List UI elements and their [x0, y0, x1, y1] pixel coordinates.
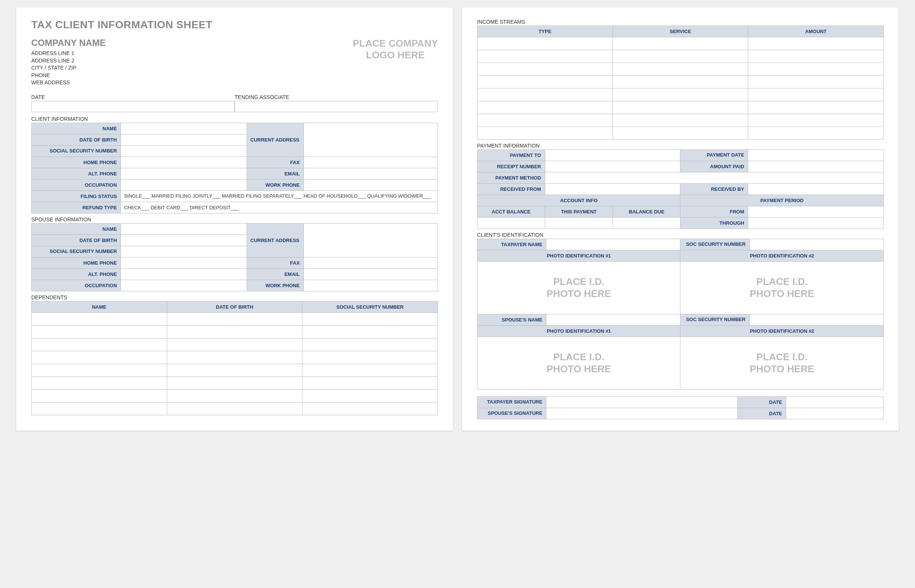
dep-row[interactable] — [32, 363, 438, 376]
account-info-header: ACCOUNT INFO — [477, 195, 681, 206]
income-table: TYPE SERVICE AMOUNT — [477, 26, 884, 140]
spouse-id-name-input[interactable] — [546, 314, 681, 326]
spouse-id-ssn-label: SOC SECURITY NUMBER — [681, 314, 749, 326]
photo-id-2-header: PHOTO IDENTIFICATION #2 — [681, 250, 884, 262]
received-from-input[interactable] — [545, 184, 681, 195]
receipt-number-input[interactable] — [545, 161, 681, 173]
filing-status-options[interactable]: SINGLE___ MARRIED FILING JOINTLY___ MARR… — [121, 191, 438, 202]
address-line-1: ADDRESS LINE 1 — [31, 50, 106, 57]
client-info-table: NAME CURRENT ADDRESS DATE OF BIRTH SOCIA… — [31, 123, 438, 213]
payment-to-input[interactable] — [545, 150, 681, 161]
spouse-email-label: EMAIL — [247, 268, 304, 280]
name-input[interactable] — [121, 123, 247, 134]
income-row[interactable] — [477, 50, 884, 63]
spouse-name-label: NAME — [32, 223, 121, 234]
spouse-home-phone-input[interactable] — [121, 257, 247, 268]
dep-row[interactable] — [32, 402, 438, 415]
spouse-signature-input[interactable] — [546, 408, 737, 419]
dep-dob-header: DATE OF BIRTH — [167, 301, 302, 312]
date-associate-row: DATE TENDING ASSOCIATE — [31, 94, 438, 112]
occupation-input[interactable] — [121, 179, 247, 191]
income-row[interactable] — [477, 89, 884, 101]
dep-row[interactable] — [32, 338, 438, 351]
spouse-alt-phone-label: ALT. PHONE — [32, 268, 121, 280]
work-phone-input[interactable] — [304, 179, 438, 191]
email-input[interactable] — [304, 168, 438, 179]
filing-status-label: FILING STATUS — [32, 191, 121, 202]
photo-id-1-header: PHOTO IDENTIFICATION #1 — [477, 250, 681, 262]
income-row[interactable] — [477, 63, 884, 76]
date-input[interactable] — [31, 101, 234, 112]
client-info-heading: CLIENT INFORMATION — [31, 116, 438, 122]
dob-label: DATE OF BIRTH — [32, 134, 121, 145]
spouse-alt-phone-input[interactable] — [121, 268, 247, 280]
receipt-number-label: RECEIPT NUMBER — [477, 161, 545, 173]
spouse-current-address-input[interactable] — [304, 223, 438, 257]
current-address-label: CURRENT ADDRESS — [247, 123, 304, 157]
dob-input[interactable] — [121, 134, 247, 145]
header-block: COMPANY NAME ADDRESS LINE 1 ADDRESS LINE… — [31, 38, 438, 87]
page-1: TAX CLIENT INFORMATION SHEET COMPANY NAM… — [16, 8, 453, 431]
payment-method-input[interactable] — [545, 173, 883, 184]
spouse-occupation-input[interactable] — [121, 280, 247, 291]
fax-input[interactable] — [304, 157, 438, 168]
refund-type-options[interactable]: CHECK___ DEBIT CARD___ DIRECT DEPOSIT___ — [121, 202, 438, 213]
income-row[interactable] — [477, 37, 884, 50]
spouse-name-input[interactable] — [121, 223, 247, 234]
income-row[interactable] — [477, 101, 884, 114]
dep-row[interactable] — [32, 376, 438, 389]
taxpayer-photo-1[interactable]: PLACE I.D.PHOTO HERE — [477, 262, 681, 314]
taxpayer-sig-date-input[interactable] — [786, 397, 884, 408]
spouse-photo-2[interactable]: PLACE I.D.PHOTO HERE — [681, 337, 884, 389]
from-input[interactable] — [748, 206, 884, 218]
acct-balance-label: ACCT BALANCE — [477, 206, 545, 218]
spouse-occupation-label: OCCUPATION — [32, 280, 121, 291]
dep-row[interactable] — [32, 351, 438, 363]
dep-row[interactable] — [32, 389, 438, 402]
taxpayer-photo-2[interactable]: PLACE I.D.PHOTO HERE — [681, 262, 884, 314]
name-label: NAME — [32, 123, 121, 134]
this-payment-label: THIS PAYMENT — [545, 206, 613, 218]
dep-row[interactable] — [32, 312, 438, 325]
spouse-fax-input[interactable] — [304, 257, 438, 268]
spouse-dob-input[interactable] — [121, 234, 247, 246]
spouse-work-phone-input[interactable] — [304, 280, 438, 291]
spouse-photo-1[interactable]: PLACE I.D.PHOTO HERE — [477, 337, 681, 389]
company-name: COMPANY NAME — [31, 38, 106, 48]
payment-table: PAYMENT TO PAYMENT DATE RECEIPT NUMBER A… — [477, 149, 884, 229]
ssn-input[interactable] — [121, 145, 247, 157]
taxpayer-signature-input[interactable] — [546, 397, 737, 408]
signature-table: TAXPAYER SIGNATURE DATE SPOUSE'S SIGNATU… — [477, 396, 884, 419]
taxpayer-signature-label: TAXPAYER SIGNATURE — [477, 397, 546, 408]
through-input[interactable] — [748, 218, 884, 229]
home-phone-input[interactable] — [121, 157, 247, 168]
taxpayer-ssn-input[interactable] — [749, 239, 883, 250]
payment-heading: PAYMENT INFORMATION — [477, 143, 884, 149]
this-payment-input[interactable] — [545, 218, 613, 229]
income-row[interactable] — [477, 76, 884, 89]
income-row[interactable] — [477, 114, 884, 127]
spouse-photo-id-2-header: PHOTO IDENTIFICATION #2 — [681, 326, 884, 337]
dep-row[interactable] — [32, 325, 438, 338]
income-amount-header: AMOUNT — [748, 26, 884, 37]
income-type-header: TYPE — [477, 26, 613, 37]
payment-date-input[interactable] — [748, 150, 884, 161]
balance-due-input[interactable] — [613, 218, 681, 229]
dependents-table: NAME DATE OF BIRTH SOCIAL SECURITY NUMBE… — [31, 301, 438, 415]
spouse-id-ssn-input[interactable] — [749, 314, 883, 326]
refund-type-label: REFUND TYPE — [32, 202, 121, 213]
taxpayer-name-input[interactable] — [546, 239, 681, 250]
fax-label: FAX — [247, 157, 304, 168]
spouse-email-input[interactable] — [304, 268, 438, 280]
address-line-2: ADDRESS LINE 2 — [31, 57, 106, 65]
amount-paid-input[interactable] — [748, 161, 884, 173]
received-by-input[interactable] — [748, 184, 884, 195]
current-address-input[interactable] — [304, 123, 438, 157]
spouse-ssn-input[interactable] — [121, 246, 247, 257]
tending-associate-input[interactable] — [234, 101, 438, 112]
spouse-sig-date-input[interactable] — [786, 408, 884, 419]
ssn-label: SOCIAL SECURITY NUMBER — [32, 145, 121, 157]
alt-phone-input[interactable] — [121, 168, 247, 179]
income-row[interactable] — [477, 127, 884, 140]
acct-balance-input[interactable] — [477, 218, 545, 229]
